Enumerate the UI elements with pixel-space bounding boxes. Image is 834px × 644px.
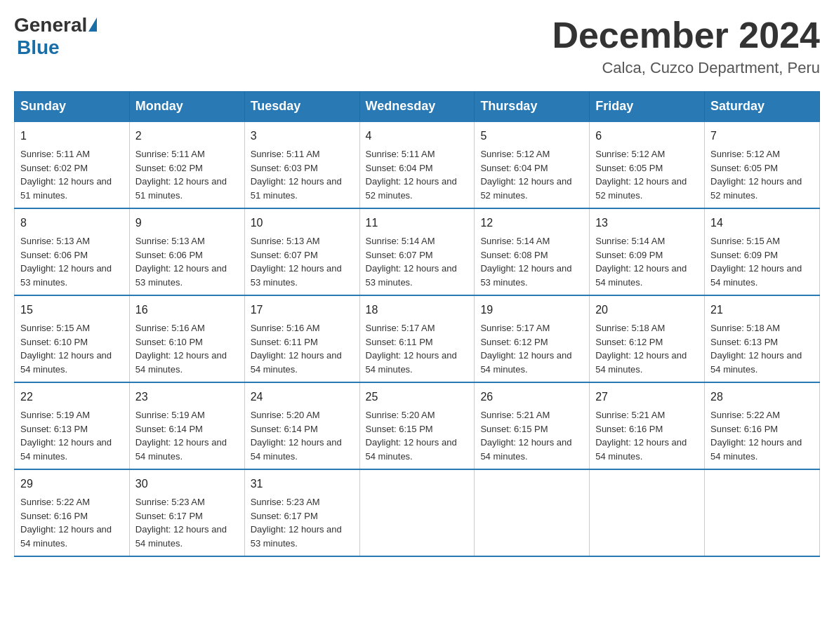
calendar-week-row: 8 Sunrise: 5:13 AMSunset: 6:06 PMDayligh… <box>15 208 820 295</box>
day-number: 30 <box>135 476 239 492</box>
table-row: 18 Sunrise: 5:17 AMSunset: 6:11 PMDaylig… <box>359 295 475 382</box>
day-number: 18 <box>366 302 469 318</box>
table-row <box>590 469 705 556</box>
day-number: 29 <box>20 476 124 492</box>
calendar-day-header: Friday <box>590 92 705 122</box>
calendar-day-header: Wednesday <box>359 92 475 122</box>
table-row: 14 Sunrise: 5:15 AMSunset: 6:09 PMDaylig… <box>705 208 820 295</box>
day-info: Sunrise: 5:14 AMSunset: 6:09 PMDaylight:… <box>595 236 687 288</box>
table-row: 28 Sunrise: 5:22 AMSunset: 6:16 PMDaylig… <box>705 382 820 469</box>
day-number: 26 <box>480 389 583 405</box>
day-info: Sunrise: 5:12 AMSunset: 6:05 PMDaylight:… <box>710 149 802 201</box>
logo-triangle-icon <box>88 18 97 32</box>
calendar-week-row: 29 Sunrise: 5:22 AMSunset: 6:16 PMDaylig… <box>15 469 820 556</box>
day-info: Sunrise: 5:19 AMSunset: 6:14 PMDaylight:… <box>135 410 227 462</box>
table-row: 15 Sunrise: 5:15 AMSunset: 6:10 PMDaylig… <box>15 295 130 382</box>
calendar-week-row: 22 Sunrise: 5:19 AMSunset: 6:13 PMDaylig… <box>15 382 820 469</box>
calendar-day-header: Tuesday <box>244 92 359 122</box>
day-info: Sunrise: 5:11 AMSunset: 6:02 PMDaylight:… <box>135 149 227 201</box>
table-row: 31 Sunrise: 5:23 AMSunset: 6:17 PMDaylig… <box>244 469 359 556</box>
day-number: 10 <box>251 215 354 232</box>
day-number: 21 <box>710 302 814 318</box>
table-row: 9 Sunrise: 5:13 AMSunset: 6:06 PMDayligh… <box>129 208 244 295</box>
day-number: 11 <box>366 215 469 232</box>
day-number: 31 <box>251 476 354 492</box>
day-number: 20 <box>595 302 699 318</box>
table-row: 19 Sunrise: 5:17 AMSunset: 6:12 PMDaylig… <box>475 295 590 382</box>
day-info: Sunrise: 5:12 AMSunset: 6:05 PMDaylight:… <box>595 149 687 201</box>
table-row: 30 Sunrise: 5:23 AMSunset: 6:17 PMDaylig… <box>129 469 244 556</box>
calendar-week-row: 1 Sunrise: 5:11 AMSunset: 6:02 PMDayligh… <box>15 121 820 208</box>
table-row: 10 Sunrise: 5:13 AMSunset: 6:07 PMDaylig… <box>244 208 359 295</box>
day-info: Sunrise: 5:19 AMSunset: 6:13 PMDaylight:… <box>20 410 112 462</box>
title-section: December 2024 Calca, Cuzco Department, P… <box>552 14 820 77</box>
day-number: 8 <box>20 215 124 232</box>
calendar-week-row: 15 Sunrise: 5:15 AMSunset: 6:10 PMDaylig… <box>15 295 820 382</box>
day-info: Sunrise: 5:17 AMSunset: 6:11 PMDaylight:… <box>366 323 457 375</box>
table-row: 20 Sunrise: 5:18 AMSunset: 6:12 PMDaylig… <box>590 295 705 382</box>
logo: General Blue <box>14 14 97 59</box>
day-info: Sunrise: 5:11 AMSunset: 6:04 PMDaylight:… <box>366 149 457 201</box>
day-number: 22 <box>20 389 124 405</box>
day-number: 15 <box>20 302 124 318</box>
table-row <box>475 469 590 556</box>
table-row <box>705 469 820 556</box>
day-info: Sunrise: 5:20 AMSunset: 6:15 PMDaylight:… <box>366 410 457 462</box>
table-row: 16 Sunrise: 5:16 AMSunset: 6:10 PMDaylig… <box>129 295 244 382</box>
calendar-day-header: Saturday <box>705 92 820 122</box>
day-number: 25 <box>366 389 469 405</box>
day-number: 9 <box>135 215 239 232</box>
location-title: Calca, Cuzco Department, Peru <box>552 59 820 77</box>
day-info: Sunrise: 5:15 AMSunset: 6:09 PMDaylight:… <box>710 236 802 288</box>
table-row <box>359 469 475 556</box>
table-row: 24 Sunrise: 5:20 AMSunset: 6:14 PMDaylig… <box>244 382 359 469</box>
day-number: 12 <box>480 215 583 232</box>
day-info: Sunrise: 5:11 AMSunset: 6:02 PMDaylight:… <box>20 149 112 201</box>
table-row: 11 Sunrise: 5:14 AMSunset: 6:07 PMDaylig… <box>359 208 475 295</box>
day-info: Sunrise: 5:17 AMSunset: 6:12 PMDaylight:… <box>480 323 571 375</box>
logo-blue-text: Blue <box>17 36 97 59</box>
day-info: Sunrise: 5:14 AMSunset: 6:07 PMDaylight:… <box>366 236 457 288</box>
day-number: 3 <box>251 128 354 145</box>
table-row: 23 Sunrise: 5:19 AMSunset: 6:14 PMDaylig… <box>129 382 244 469</box>
day-info: Sunrise: 5:15 AMSunset: 6:10 PMDaylight:… <box>20 323 112 375</box>
day-info: Sunrise: 5:21 AMSunset: 6:16 PMDaylight:… <box>595 410 687 462</box>
table-row: 2 Sunrise: 5:11 AMSunset: 6:02 PMDayligh… <box>129 121 244 208</box>
day-number: 24 <box>251 389 354 405</box>
day-info: Sunrise: 5:13 AMSunset: 6:06 PMDaylight:… <box>20 236 112 288</box>
table-row: 26 Sunrise: 5:21 AMSunset: 6:15 PMDaylig… <box>475 382 590 469</box>
day-number: 1 <box>20 128 124 145</box>
table-row: 13 Sunrise: 5:14 AMSunset: 6:09 PMDaylig… <box>590 208 705 295</box>
day-number: 14 <box>710 215 814 232</box>
day-info: Sunrise: 5:18 AMSunset: 6:12 PMDaylight:… <box>595 323 687 375</box>
day-number: 23 <box>135 389 239 405</box>
day-info: Sunrise: 5:22 AMSunset: 6:16 PMDaylight:… <box>20 497 112 549</box>
day-number: 27 <box>595 389 699 405</box>
day-number: 5 <box>480 128 583 145</box>
calendar-day-header: Monday <box>129 92 244 122</box>
month-title: December 2024 <box>552 14 820 56</box>
table-row: 7 Sunrise: 5:12 AMSunset: 6:05 PMDayligh… <box>705 121 820 208</box>
day-info: Sunrise: 5:18 AMSunset: 6:13 PMDaylight:… <box>710 323 802 375</box>
day-number: 19 <box>480 302 583 318</box>
day-info: Sunrise: 5:14 AMSunset: 6:08 PMDaylight:… <box>480 236 571 288</box>
day-number: 28 <box>710 389 814 405</box>
day-number: 13 <box>595 215 699 232</box>
calendar-day-header: Thursday <box>475 92 590 122</box>
day-number: 2 <box>135 128 239 145</box>
day-info: Sunrise: 5:21 AMSunset: 6:15 PMDaylight:… <box>480 410 571 462</box>
table-row: 4 Sunrise: 5:11 AMSunset: 6:04 PMDayligh… <box>359 121 475 208</box>
day-info: Sunrise: 5:22 AMSunset: 6:16 PMDaylight:… <box>710 410 802 462</box>
day-info: Sunrise: 5:11 AMSunset: 6:03 PMDaylight:… <box>251 149 342 201</box>
day-number: 17 <box>251 302 354 318</box>
day-number: 7 <box>710 128 814 145</box>
day-info: Sunrise: 5:23 AMSunset: 6:17 PMDaylight:… <box>135 497 227 549</box>
day-info: Sunrise: 5:23 AMSunset: 6:17 PMDaylight:… <box>251 497 342 549</box>
page-header: General Blue December 2024 Calca, Cuzco … <box>14 14 820 77</box>
day-number: 16 <box>135 302 239 318</box>
table-row: 3 Sunrise: 5:11 AMSunset: 6:03 PMDayligh… <box>244 121 359 208</box>
table-row: 29 Sunrise: 5:22 AMSunset: 6:16 PMDaylig… <box>15 469 130 556</box>
calendar-table: SundayMondayTuesdayWednesdayThursdayFrid… <box>14 91 820 557</box>
calendar-header-row: SundayMondayTuesdayWednesdayThursdayFrid… <box>15 92 820 122</box>
table-row: 25 Sunrise: 5:20 AMSunset: 6:15 PMDaylig… <box>359 382 475 469</box>
